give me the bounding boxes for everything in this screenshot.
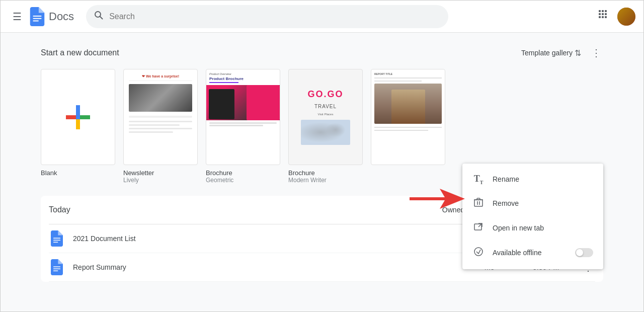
svg-rect-27 [474,200,482,206]
doc-icon [49,230,65,247]
svg-line-4 [100,17,103,19]
svg-rect-20 [76,115,80,119]
svg-rect-24 [53,266,60,267]
blank-label: Blank [41,169,115,177]
doc-name: Report Summary [73,263,476,271]
expand-icon: ⇅ [575,48,581,58]
svg-rect-19 [76,119,80,129]
brochure-mw-thumb: GO.GOTRAVEL Visit Places [288,69,363,165]
template-card-brochure-mw[interactable]: GO.GOTRAVEL Visit Places Brochure Modern… [288,69,363,184]
toggle-knob [576,249,583,256]
svg-rect-6 [602,10,604,12]
search-icon [94,11,103,22]
svg-rect-0 [33,16,41,17]
context-menu-offline[interactable]: Available offline [462,241,603,265]
svg-marker-35 [410,189,465,209]
rename-label: Rename [493,175,593,183]
svg-point-34 [474,248,482,256]
brochure-geo-label: Brochure [206,169,280,177]
svg-rect-1 [33,18,41,19]
context-menu-rename[interactable]: TT Rename [462,168,603,191]
open-tab-icon [472,222,485,235]
start-new-document-label: Start a new document [41,48,119,57]
svg-rect-17 [80,115,90,119]
svg-rect-26 [53,270,58,271]
hamburger-icon[interactable]: ☰ [9,7,26,27]
template-section: Start a new document Template gallery ⇅ … [41,45,603,184]
svg-rect-21 [53,238,60,239]
svg-rect-2 [33,20,38,21]
search-bar [86,5,448,28]
remove-icon [472,197,485,210]
grid-icon[interactable] [594,6,613,27]
template-card-newsletter[interactable]: ❤ We have a surprise! Newsletter Lively [123,69,198,184]
newsletter-label: Newsletter [123,169,198,177]
template-gallery-label: Template gallery [521,49,573,57]
main-content: Start a new document Template gallery ⇅ … [1,33,643,312]
context-menu-open-tab[interactable]: Open in new tab [462,216,603,241]
svg-rect-18 [76,105,80,115]
offline-icon [472,247,485,259]
red-arrow [410,186,465,213]
period-label: Today [49,205,430,214]
google-plus-icon [41,69,115,165]
newsletter-thumb: ❤ We have a surprise! [123,69,198,165]
context-menu: TT Rename Remove [462,164,603,269]
doc-name: 2021 Document List [73,235,476,243]
template-card-report[interactable]: REPORT TITLE [371,69,445,184]
template-more-icon[interactable]: ⋮ [589,45,603,61]
open-tab-label: Open in new tab [493,224,593,232]
svg-rect-12 [602,16,604,18]
svg-rect-10 [605,13,607,15]
template-card-brochure-geo[interactable]: Product Overview Product Brochure Brochu… [206,69,280,184]
navbar-left: ☰ Docs [9,7,74,27]
newsletter-sublabel: Lively [123,177,198,184]
svg-rect-22 [53,240,60,241]
report-thumb: REPORT TITLE [371,69,445,165]
search-input[interactable] [109,12,440,21]
svg-rect-25 [53,268,60,269]
svg-rect-5 [599,10,601,12]
blank-thumb [41,69,115,165]
offline-toggle[interactable] [575,248,593,257]
svg-rect-16 [66,115,76,119]
remove-label: Remove [493,199,593,207]
navbar: ☰ Docs [1,1,643,33]
brochure-geo-sublabel: Geometric [206,177,280,184]
navbar-right [594,6,635,27]
template-header: Start a new document Template gallery ⇅ … [41,45,603,61]
svg-rect-23 [53,242,58,243]
template-card-blank[interactable]: Blank [41,69,115,184]
docs-logo-icon [30,7,45,26]
rename-icon: TT [472,174,485,185]
docs-title: Docs [49,10,74,23]
svg-rect-8 [599,13,601,15]
template-header-right: Template gallery ⇅ ⋮ [517,45,603,61]
brochure-geo-thumb: Product Overview Product Brochure [206,69,280,165]
svg-rect-9 [602,13,604,15]
context-menu-remove[interactable]: Remove [462,191,603,216]
template-gallery-button[interactable]: Template gallery ⇅ [517,46,585,60]
offline-label: Available offline [493,249,567,257]
avatar[interactable] [617,8,635,26]
svg-rect-7 [605,10,607,12]
svg-rect-11 [599,16,601,18]
brochure-mw-label: Brochure [288,169,363,177]
doc-icon [49,259,65,275]
brochure-mw-sublabel: Modern Writer [288,177,363,184]
svg-rect-13 [605,16,607,18]
